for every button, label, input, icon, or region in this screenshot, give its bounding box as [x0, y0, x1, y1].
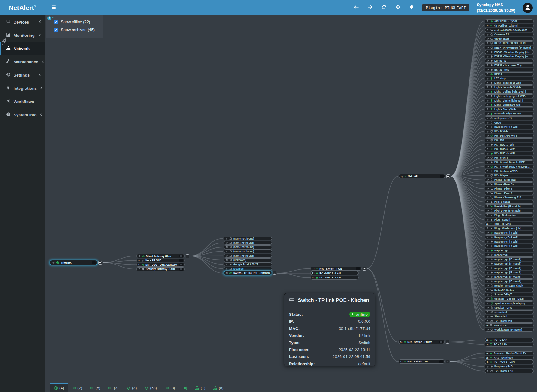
app-logo[interactable]: NetAlertx: [0, 0, 45, 15]
network-hub-tab-1[interactable]: (4): [50, 383, 68, 392]
graph-node-light-sideboard-wifi[interactable]: Light - Sideboard WiFi: [485, 103, 534, 107]
graph-node-desktop-iv7e55m-ip-match[interactable]: DESKTOP-IV7E55M (IP match): [485, 46, 534, 50]
graph-node-light-bedside-s-wifi[interactable]: Light - bedside S WiFi: [485, 85, 534, 89]
graph-node-pc-s-lan[interactable]: 3)PC - S LAN: [485, 343, 534, 347]
graph-node-pixel-9-pro-ip-match[interactable]: Pixel-9-Pro (IP match): [485, 204, 534, 208]
graph-node-plug-washroom-old[interactable]: Plug - Washroom (old): [485, 227, 534, 230]
graph-node-raspberry-pi-4-wifi[interactable]: Raspberry Pi 4 WiFi: [485, 235, 534, 239]
graph-node-esp32-1n-laser-toy[interactable]: ESP32 - 1n - Laser Toy: [485, 63, 534, 67]
graph-node-android-68608b93a00e4690[interactable]: android-68608b93a00e4690: [485, 28, 534, 32]
graph-node-reader-amazon-kindle[interactable]: Reader - Amazon Kindle: [485, 284, 534, 288]
graph-node-net-ap[interactable]: 1)Net - AP: [399, 174, 445, 178]
network-canvas[interactable]: ? ↗ Show offline (22)Show archived (45) …: [45, 15, 537, 392]
graph-node-raspberry-pi-4-wifi[interactable]: Raspberry Pi 4 WiFi: [485, 244, 534, 248]
collapse-button[interactable]: [446, 340, 449, 344]
help-icon[interactable]: ?: [47, 16, 51, 20]
graph-node-tv-frame-wifi[interactable]: TV - Frame WiFi: [485, 319, 534, 323]
graph-node-steamdeck[interactable]: steamdeck: [485, 310, 534, 314]
graph-node-motorola-edge-50-neo[interactable]: motorola-edge-50-neo: [485, 112, 534, 116]
sidebar-item-system-info[interactable]: System info: [0, 108, 45, 121]
graph-node-name-not-found[interactable]: (name not found): [224, 241, 272, 245]
sidebar-item-integrations[interactable]: Integrations: [0, 82, 45, 95]
checkbox[interactable]: [54, 28, 58, 32]
collapse-button[interactable]: [446, 174, 450, 178]
graph-node-pixel-6-82-72[interactable]: Pixel-6 82:72: [485, 200, 534, 204]
collapse-button[interactable]: [98, 261, 102, 265]
graph-node-raspberrypi-ip-match[interactable]: raspberrypi (IP match): [485, 279, 534, 283]
graph-node-phone-pixel-6[interactable]: Phone - Pixel 6: [485, 191, 534, 195]
graph-node-console-nvidia-shield-tv[interactable]: 3)Console - Nvidia Shield TV: [485, 351, 534, 355]
graph-node-pc-s-work-mmd-67082015[interactable]: PC - S work MMD-67082015...: [485, 165, 534, 169]
graph-node-vm-nixos[interactable]: 5)VM - NixOS: [485, 323, 534, 327]
graph-node-esp32-ttgo[interactable]: ESP32 - ttgo: [485, 68, 534, 72]
graph-node-phone-pixel-6[interactable]: Phone - Pixel 6: [485, 187, 534, 191]
graph-node-raspberrypi-ip-match[interactable]: raspberrypi (IP match): [485, 266, 534, 270]
plugin-badge[interactable]: Plugin: PIHOLEAPI: [422, 4, 469, 11]
graph-node-null-camera[interactable]: null (camera?): [485, 116, 534, 120]
sidebar-item-workflows[interactable]: Workflows: [0, 95, 45, 108]
graph-node-s-mum-z-flip7[interactable]: S mum Z-Flip7: [485, 293, 534, 296]
graph-node-pc-nuc-3-lan[interactable]: 3)PC - NUC 3 - LAN: [310, 276, 359, 280]
graph-node-camera-e1[interactable]: Camera - E1: [485, 33, 534, 36]
graph-node-pc-wayne[interactable]: PC - Wayne: [485, 174, 534, 177]
sidebar-item-maintenance[interactable]: Maintenance: [0, 55, 45, 68]
graph-node-net-switch-poe[interactable]: –)Net - Switch - POE: [310, 267, 362, 271]
network-hub-tab-10[interactable]: (8): [209, 383, 227, 392]
refresh-button[interactable]: [381, 5, 387, 11]
network-hub-tab-6[interactable]: (68): [140, 383, 161, 392]
graph-node-pc-msi[interactable]: PC - MSI: [485, 138, 534, 142]
graph-node-air-purifier-xiaomi[interactable]: 2)Air Purifier - Xiaomi: [485, 24, 534, 28]
graph-node-cloud-gateway-ultra[interactable]: Cloud Gateway Ultra: [136, 254, 185, 258]
graph-node-light-ceiling-light-1-wifi[interactable]: Light - Ceiling-light-1 WiFi: [485, 90, 534, 94]
graph-node-switch-tp-link-poe-kitchen[interactable]: Switch - TP link POE - Kitchen: [224, 271, 272, 275]
graph-node-raspberrypi-ip-match[interactable]: raspberrypi (IP match): [485, 262, 534, 266]
graph-node-esp32-weather-display-bl[interactable]: ESP32 - Weather Display (bl...: [485, 50, 534, 54]
graph-node-name-not-found[interactable]: (name not found): [224, 245, 272, 249]
graph-node-speaker-google-black[interactable]: Speaker - Google - Black: [485, 297, 534, 301]
graph-node-nas-synology[interactable]: 2)NAS - Synology: [485, 356, 534, 360]
network-hub-tab-3[interactable]: (5): [86, 383, 104, 392]
graph-node-pc-nuc-1-lan[interactable]: 4)PC - NUC 1 - LAN: [485, 360, 534, 364]
graph-node-pc-s-wifi[interactable]: PC - S WiFi: [485, 156, 534, 160]
notifications-bell-button[interactable]: [408, 5, 415, 11]
collapse-button[interactable]: [273, 271, 276, 275]
user-avatar[interactable]: [523, 3, 533, 13]
network-hub-tab-5[interactable]: (3): [122, 383, 140, 392]
graph-node-esp32-1[interactable]: ESP32 - 1: [485, 59, 534, 63]
network-hub-tab-7[interactable]: (3): [161, 383, 179, 392]
graph-node-work-laptop-ip-match[interactable]: Work laptop (IP match): [485, 328, 534, 332]
network-hub-tab-2[interactable]: (2): [68, 383, 86, 392]
graph-node-plug-sonoff[interactable]: Plug - Sonoff: [485, 218, 534, 221]
graph-node-pc-dell-xps-wifi[interactable]: PC - Dell XPS WiFi: [485, 134, 534, 138]
graph-node-raspberry-pi-4-wifi[interactable]: Raspberry Pi 4 WiFi: [485, 125, 534, 129]
graph-node-pc-nuc-2-lan[interactable]: 2)PC - NUC 2 - LAN: [310, 271, 359, 275]
graph-node-unknown[interactable]: (unknown): [224, 258, 272, 262]
graph-node-light-study-wifi[interactable]: Light - Study WiFi: [485, 108, 534, 111]
graph-node-raspberrypi[interactable]: raspberrypi: [485, 249, 534, 252]
graph-node-raspberry-pi-4-wifi[interactable]: Raspberry Pi 4 WiFi: [485, 240, 534, 244]
graph-node-pc-nuc-4-wifi[interactable]: PC - NUC 4 - WiFi: [485, 152, 534, 155]
sidebar-item-settings[interactable]: Settings: [0, 68, 45, 82]
graph-node-air-purifier-dyson[interactable]: Air Purifier - Dyson: [485, 19, 534, 23]
graph-node-raspberrypi-ip-match[interactable]: raspberrypi (IP match): [485, 275, 534, 279]
graph-node-raspberrypi[interactable]: raspberrypi: [485, 253, 534, 257]
pan-move-button[interactable]: [394, 5, 401, 11]
graph-node-oppo[interactable]: Oppo: [485, 121, 534, 124]
graph-node-redmi5a-redmi[interactable]: Redmi5A-Redmi: [485, 288, 534, 292]
graph-node-led-strip[interactable]: LED strip: [485, 77, 534, 80]
graph-node-chromecast[interactable]: Chromecast: [485, 37, 534, 41]
graph-node-speaker-grey[interactable]: Speaker - Grey: [485, 306, 534, 310]
graph-node-pc-surface-4-wifi[interactable]: PC - Surface 4 WiFi: [485, 169, 534, 173]
hamburger-menu-icon[interactable]: [49, 3, 58, 12]
graph-node-raspberry-pi-b[interactable]: Raspberry Pi B: [485, 365, 534, 368]
graph-node-light-dining-light-wifi[interactable]: Light - Dining light WiFi: [485, 99, 534, 102]
graph-node-pc-nuc-1-wifi[interactable]: PC - NUC 1 - WiFi: [485, 143, 534, 147]
graph-node-net-ap-old[interactable]: 5)Net - AP OLD: [136, 259, 185, 262]
graph-node-phone-samsung-s10[interactable]: Phone - Samsung S10: [485, 196, 534, 199]
graph-node-light-bedside-b-wifi[interactable]: Light - bedside B WiFi: [485, 81, 534, 85]
network-hub-tab-8[interactable]: [179, 383, 191, 392]
network-hub-tab-4[interactable]: (3): [104, 383, 122, 392]
graph-node-pc-b-wifi[interactable]: PC - B WiFi: [485, 130, 534, 133]
graph-node-esp32-weather-display-w[interactable]: ESP32 - Weather Display (w...: [485, 55, 534, 58]
back-button[interactable]: [353, 5, 360, 11]
